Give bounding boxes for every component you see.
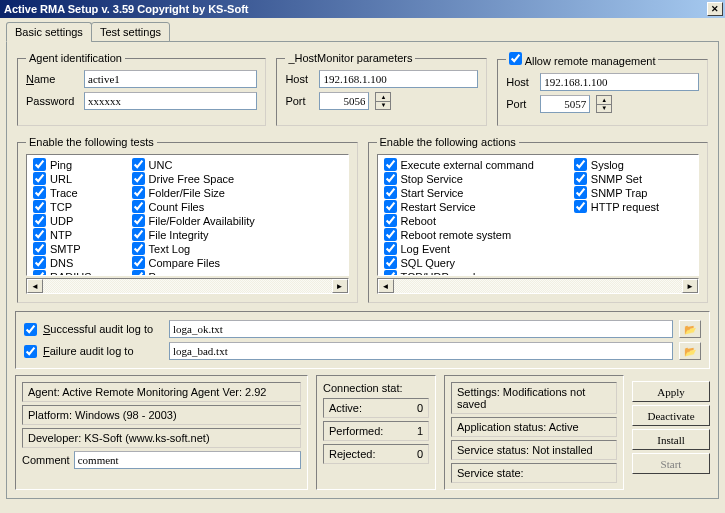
service-status: Service status: Not installed: [451, 440, 617, 460]
action-checkbox[interactable]: [384, 158, 397, 171]
scroll-left-icon[interactable]: ◄: [378, 279, 394, 293]
test-checkbox[interactable]: [132, 158, 145, 171]
action-checkbox[interactable]: [384, 186, 397, 199]
status-panel: Settings: Modifications not saved Applic…: [444, 375, 624, 490]
action-label: TCP/UDP send: [401, 271, 476, 277]
name-input[interactable]: [84, 70, 257, 88]
titlebar: Active RMA Setup v. 3.59 Copyright by KS…: [0, 0, 725, 18]
action-checkbox[interactable]: [384, 270, 397, 276]
action-checkbox[interactable]: [574, 158, 587, 171]
tests-scrollbar[interactable]: ◄ ►: [26, 278, 349, 294]
test-label: Drive Free Space: [149, 173, 235, 185]
test-label: File/Folder Availability: [149, 215, 255, 227]
test-label: Folder/File Size: [149, 187, 225, 199]
agent-info: Agent: Active Remote Monitoring Agent Ve…: [22, 382, 301, 402]
hostmonitor-group: _HostMonitor parameters Host Port ▲▼: [276, 52, 487, 126]
tab-bar: Basic settings Test settings: [6, 22, 719, 42]
test-checkbox[interactable]: [33, 228, 46, 241]
test-checkbox[interactable]: [132, 200, 145, 213]
scroll-right-icon[interactable]: ►: [332, 279, 348, 293]
test-checkbox[interactable]: [132, 214, 145, 227]
platform-info: Platform: Windows (98 - 2003): [22, 405, 301, 425]
test-item: RADIUS: [33, 270, 92, 276]
action-item: Reboot remote system: [384, 228, 534, 241]
test-item: Compare Files: [132, 256, 255, 269]
test-item: Process: [132, 270, 255, 276]
allow-remote-checkbox[interactable]: [509, 52, 522, 65]
test-item: UNC: [132, 158, 255, 171]
tab-basic-settings[interactable]: Basic settings: [6, 22, 92, 42]
action-item: TCP/UDP send: [384, 270, 534, 276]
failure-audit-input[interactable]: [169, 342, 673, 360]
action-label: Reboot: [401, 215, 436, 227]
scroll-left-icon[interactable]: ◄: [27, 279, 43, 293]
action-checkbox[interactable]: [384, 172, 397, 185]
test-label: URL: [50, 173, 72, 185]
test-checkbox[interactable]: [132, 228, 145, 241]
test-checkbox[interactable]: [33, 256, 46, 269]
test-checkbox[interactable]: [132, 186, 145, 199]
test-checkbox[interactable]: [33, 172, 46, 185]
test-checkbox[interactable]: [132, 256, 145, 269]
success-audit-input[interactable]: [169, 320, 673, 338]
browse-failure-button[interactable]: 📂: [679, 342, 701, 360]
hm-port-spinner[interactable]: ▲▼: [375, 92, 391, 110]
action-label: Restart Service: [401, 201, 476, 213]
test-item: File/Folder Availability: [132, 214, 255, 227]
test-checkbox[interactable]: [132, 172, 145, 185]
action-checkbox[interactable]: [384, 228, 397, 241]
rejected-label: Rejected:: [329, 448, 375, 460]
test-label: Process: [149, 271, 189, 277]
test-checkbox[interactable]: [33, 270, 46, 276]
apply-button[interactable]: Apply: [632, 381, 710, 402]
test-item: SMTP: [33, 242, 92, 255]
actions-scrollbar[interactable]: ◄ ►: [377, 278, 700, 294]
test-checkbox[interactable]: [132, 270, 145, 276]
rm-host-input[interactable]: [540, 73, 699, 91]
action-checkbox[interactable]: [384, 242, 397, 255]
test-checkbox[interactable]: [33, 186, 46, 199]
install-button[interactable]: Install: [632, 429, 710, 450]
test-item: File Integrity: [132, 228, 255, 241]
action-checkbox[interactable]: [574, 200, 587, 213]
action-label: Reboot remote system: [401, 229, 512, 241]
action-checkbox[interactable]: [574, 172, 587, 185]
test-checkbox[interactable]: [33, 158, 46, 171]
test-item: NTP: [33, 228, 92, 241]
app-status: Application status: Active: [451, 417, 617, 437]
test-item: UDP: [33, 214, 92, 227]
tab-test-settings[interactable]: Test settings: [91, 22, 170, 42]
action-checkbox[interactable]: [574, 186, 587, 199]
folder-icon: 📂: [684, 324, 696, 335]
test-checkbox[interactable]: [33, 214, 46, 227]
failure-audit-label: Failure audit log to: [43, 345, 163, 357]
close-button[interactable]: ✕: [707, 2, 723, 16]
test-item: Trace: [33, 186, 92, 199]
browse-success-button[interactable]: 📂: [679, 320, 701, 338]
hm-port-input[interactable]: [319, 92, 369, 110]
agent-identification-group: Agent identification NNameame Password: [17, 52, 266, 126]
deactivate-button[interactable]: Deactivate: [632, 405, 710, 426]
test-checkbox[interactable]: [132, 242, 145, 255]
test-label: RADIUS: [50, 271, 92, 277]
test-checkbox[interactable]: [33, 200, 46, 213]
rm-host-label: Host: [506, 76, 534, 88]
comment-input[interactable]: [74, 451, 301, 469]
action-item: Syslog: [574, 158, 659, 171]
settings-status: Settings: Modifications not saved: [451, 382, 617, 414]
action-checkbox[interactable]: [384, 214, 397, 227]
test-label: Compare Files: [149, 257, 221, 269]
failure-audit-checkbox[interactable]: [24, 345, 37, 358]
rm-port-spinner[interactable]: ▲▼: [596, 95, 612, 113]
password-input[interactable]: [84, 92, 257, 110]
success-audit-checkbox[interactable]: [24, 323, 37, 336]
rm-port-input[interactable]: [540, 95, 590, 113]
action-checkbox[interactable]: [384, 256, 397, 269]
test-checkbox[interactable]: [33, 242, 46, 255]
scroll-right-icon[interactable]: ►: [682, 279, 698, 293]
hm-host-input[interactable]: [319, 70, 478, 88]
hostmonitor-legend: _HostMonitor parameters: [285, 52, 415, 64]
test-label: Trace: [50, 187, 78, 199]
test-item: Ping: [33, 158, 92, 171]
action-checkbox[interactable]: [384, 200, 397, 213]
